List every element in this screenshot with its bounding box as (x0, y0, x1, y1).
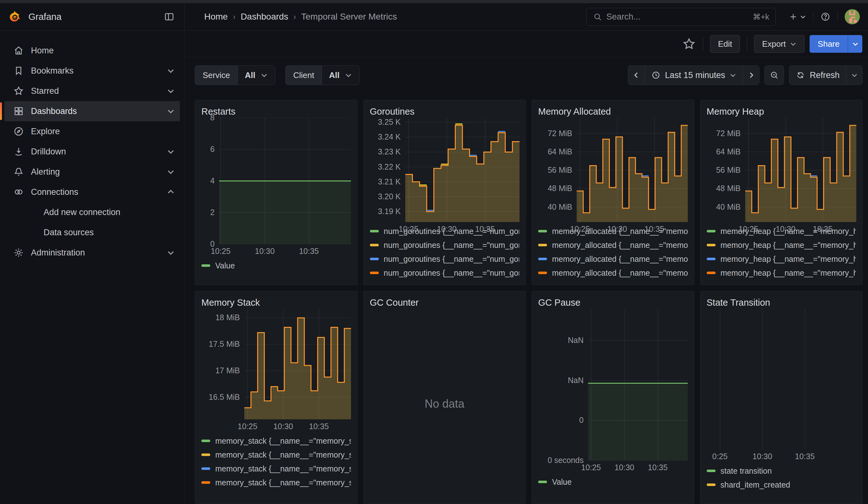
sidebar-item-administration[interactable]: Administration (4, 243, 180, 263)
share-dropdown-button[interactable] (848, 35, 862, 53)
legend-item[interactable]: state transition (707, 464, 856, 478)
time-shift-back-button[interactable] (628, 66, 644, 85)
refresh-icon (796, 70, 805, 80)
sidebar-item-starred[interactable]: Starred (4, 81, 180, 101)
legend-item[interactable]: num_goroutines {__name__="num_goroutines… (370, 238, 519, 252)
sidebar-item-explore[interactable]: Explore (4, 121, 180, 142)
panel-grid: Restarts0246810:2510:3010:35ValueGorouti… (195, 100, 862, 504)
breadcrumb-home[interactable]: Home (204, 12, 228, 22)
favorite-star-icon[interactable] (682, 37, 696, 51)
legend-item[interactable]: memory_heap {__name__="memory_heap" (707, 266, 856, 280)
plot-area[interactable] (745, 118, 856, 222)
client-filter-value[interactable]: All (322, 66, 359, 85)
refresh-button[interactable]: Refresh (789, 66, 846, 85)
legend-item[interactable]: Value (538, 475, 688, 489)
legend-swatch (202, 481, 210, 484)
y-tick-label: 3.21 K (378, 177, 401, 186)
grafana-logo-icon (8, 10, 21, 23)
sidebar-item-label: Connections (31, 187, 78, 197)
x-axis: 10:2510:3010:35 (577, 222, 688, 223)
plot-area[interactable] (710, 309, 856, 449)
legend-swatch (202, 453, 210, 456)
clock-icon (651, 70, 661, 80)
export-button[interactable]: Export (754, 35, 804, 53)
x-tick-label: 10:30 (273, 422, 293, 431)
y-tick-label: 18 MiB (215, 313, 240, 322)
x-tick-label: 10:35 (309, 422, 329, 431)
y-tick-label: 3.19 K (378, 207, 401, 216)
legend-item[interactable]: memory_heap {__name__="memory_heap" (707, 252, 856, 266)
brand-name: Grafana (28, 12, 62, 22)
chevron-down-icon (800, 13, 806, 20)
panel-title: Memory Allocated (538, 105, 688, 118)
panel-memory-stack: Memory Stack16.5 MiB17 MiB17.5 MiB18 MiB… (195, 291, 358, 504)
panel-title: GC Counter (370, 296, 519, 309)
add-button[interactable] (788, 12, 806, 21)
sidebar-item-dashboards[interactable]: Dashboards (4, 101, 180, 121)
time-shift-forward-button[interactable] (743, 66, 759, 85)
sidebar-item-home[interactable]: Home (4, 40, 180, 61)
client-filter: Client All (285, 65, 360, 85)
refresh-interval-button[interactable] (846, 66, 862, 85)
user-avatar[interactable] (845, 9, 860, 24)
plot-area[interactable] (219, 118, 351, 244)
chevron-down-icon (260, 71, 268, 79)
zoom-out-icon (769, 70, 779, 80)
sidebar-item-add-new-connection[interactable]: Add new connection (4, 202, 180, 222)
legend-swatch (707, 483, 715, 486)
nav-actions (788, 9, 868, 24)
sidebar-item-bookmarks[interactable]: Bookmarks (4, 61, 180, 81)
time-range-label: Last 15 minutes (665, 70, 725, 80)
legend-item[interactable]: memory_allocated {__name__="memory_alloc… (538, 238, 688, 252)
help-button[interactable] (820, 12, 830, 22)
x-tick-label: 10:30 (607, 225, 627, 234)
panel-restarts: Restarts0246810:2510:3010:35Value (195, 100, 358, 285)
zoom-out-button[interactable] (765, 66, 784, 85)
legend-item[interactable]: memory_allocated {__name__="memory_alloc… (538, 266, 688, 280)
legend-item[interactable]: memory_stack {__name__="memory_stack" (202, 462, 351, 475)
x-axis: 10:2510:3010:35 (219, 244, 351, 257)
plot-area[interactable] (588, 309, 688, 460)
sidebar-item-label: Explore (31, 127, 60, 136)
legend-item[interactable]: Value (202, 259, 351, 272)
search-input[interactable]: ⌘+k (587, 8, 776, 26)
plot-area[interactable] (244, 309, 351, 419)
breadcrumb-current: Temporal Server Metrics (301, 12, 397, 22)
sidebar-item-label: Drilldown (31, 147, 66, 157)
sidebar-item-data-sources[interactable]: Data sources (4, 222, 180, 243)
sidebar-item-connections[interactable]: Connections (4, 182, 180, 202)
sidebar-toggle-icon[interactable] (162, 10, 176, 24)
sidebar-item-alerting[interactable]: Alerting (4, 162, 180, 182)
breadcrumb-separator: › (233, 12, 236, 22)
y-tick-label: 64 MiB (548, 147, 572, 156)
edit-button[interactable]: Edit (710, 35, 740, 53)
legend-label: Value (215, 261, 235, 270)
legend-label: memory_heap {__name__="memory_heap" (721, 268, 856, 278)
legend-item[interactable]: memory_allocated {__name__="memory_alloc… (538, 252, 688, 266)
y-tick-label: 17.5 MiB (209, 339, 240, 349)
x-tick-label: 10:25 (738, 225, 758, 234)
legend-label: memory_stack {__name__="memory_stack" (215, 478, 351, 487)
client-filter-selected: All (329, 70, 339, 80)
share-button[interactable]: Share (809, 35, 848, 53)
sidebar-item-label: Home (31, 46, 54, 55)
nav-left: Grafana (0, 3, 185, 30)
plot-area[interactable] (577, 118, 688, 222)
breadcrumb-dashboards[interactable]: Dashboards (240, 12, 288, 22)
search-field[interactable] (606, 12, 748, 22)
y-tick-label: 40 MiB (716, 203, 741, 212)
legend-item[interactable]: memory_heap {__name__="memory_heap" (707, 238, 856, 252)
legend-item[interactable]: memory_stack {__name__="memory_stack" (202, 475, 351, 490)
legend-item[interactable]: memory_stack {__name__="memory_stack" (202, 448, 351, 462)
legend-item[interactable]: memory_stack {__name__="memory_stack" (202, 434, 351, 448)
legend-item[interactable]: num_goroutines {__name__="num_goroutines… (370, 252, 519, 266)
y-axis: 16.5 MiB17 MiB17.5 MiB18 MiB (202, 309, 244, 419)
x-axis: 0:2510:3010:35 (710, 449, 856, 463)
legend-item[interactable]: shard_item_created (707, 478, 856, 492)
plot-area[interactable] (405, 118, 519, 222)
service-filter-value[interactable]: All (238, 66, 275, 85)
legend-label: memory_heap {__name__="memory_heap" (721, 240, 856, 250)
legend-item[interactable]: num_goroutines {__name__="num_goroutines… (370, 266, 519, 280)
sidebar-item-drilldown[interactable]: Drilldown (4, 142, 180, 162)
time-range-picker[interactable]: Last 15 minutes (644, 66, 743, 85)
